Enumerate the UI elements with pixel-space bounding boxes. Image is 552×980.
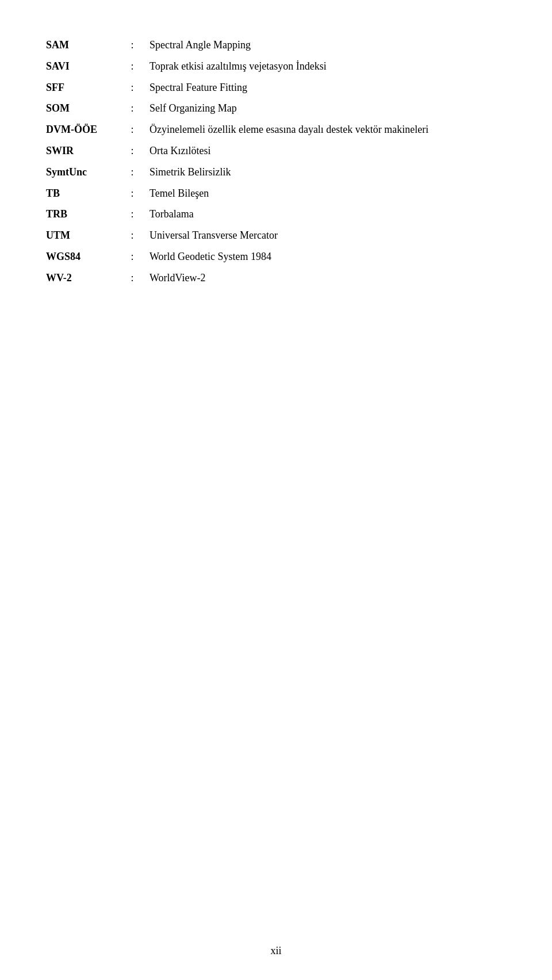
abbr-key: SFF <box>46 77 121 98</box>
abbr-colon: : <box>121 204 144 225</box>
table-row: SymtUnc:Simetrik Belirsizlik <box>46 162 506 183</box>
abbr-key: SOM <box>46 98 121 119</box>
abbr-colon: : <box>121 140 144 162</box>
abbr-key: WV-2 <box>46 267 121 289</box>
table-row: DVM-ÖÖE:Özyinelemeli özellik eleme esası… <box>46 119 506 140</box>
abbr-key: TRB <box>46 204 121 225</box>
abbr-value: Torbalama <box>144 204 506 225</box>
abbr-key: SymtUnc <box>46 162 121 183</box>
abbr-colon: : <box>121 225 144 246</box>
table-row: SWIR:Orta Kızılötesi <box>46 140 506 162</box>
abbr-colon: : <box>121 77 144 98</box>
abbr-value: Orta Kızılötesi <box>144 140 506 162</box>
abbr-colon: : <box>121 183 144 204</box>
abbr-colon: : <box>121 35 144 56</box>
abbr-colon: : <box>121 98 144 119</box>
page-footer: xii <box>0 945 552 957</box>
abbr-key: WGS84 <box>46 246 121 267</box>
abbr-value: Universal Transverse Mercator <box>144 225 506 246</box>
page-content: SAM:Spectral Angle MappingSAVI:Toprak et… <box>0 0 552 335</box>
abbr-value: World Geodetic System 1984 <box>144 246 506 267</box>
abbr-colon: : <box>121 267 144 289</box>
table-row: TB:Temel Bileşen <box>46 183 506 204</box>
abbr-key: UTM <box>46 225 121 246</box>
abbr-value: WorldView-2 <box>144 267 506 289</box>
abbr-value: Özyinelemeli özellik eleme esasına dayal… <box>144 119 506 140</box>
table-row: SAM:Spectral Angle Mapping <box>46 35 506 56</box>
abbr-value: Temel Bileşen <box>144 183 506 204</box>
abbr-key: SAVI <box>46 56 121 77</box>
abbr-colon: : <box>121 162 144 183</box>
abbr-key: SWIR <box>46 140 121 162</box>
abbr-value: Spectral Feature Fitting <box>144 77 506 98</box>
abbr-colon: : <box>121 246 144 267</box>
page-number: xii <box>270 945 281 956</box>
table-row: SAVI:Toprak etkisi azaltılmış vejetasyon… <box>46 56 506 77</box>
table-row: WGS84:World Geodetic System 1984 <box>46 246 506 267</box>
abbr-colon: : <box>121 56 144 77</box>
abbreviation-table: SAM:Spectral Angle MappingSAVI:Toprak et… <box>46 35 506 289</box>
abbr-key: DVM-ÖÖE <box>46 119 121 140</box>
table-row: TRB:Torbalama <box>46 204 506 225</box>
abbr-value: Spectral Angle Mapping <box>144 35 506 56</box>
abbr-value: Self Organizing Map <box>144 98 506 119</box>
abbr-colon: : <box>121 119 144 140</box>
table-row: SFF:Spectral Feature Fitting <box>46 77 506 98</box>
abbr-key: TB <box>46 183 121 204</box>
table-row: SOM:Self Organizing Map <box>46 98 506 119</box>
abbr-value: Toprak etkisi azaltılmış vejetasyon İnde… <box>144 56 506 77</box>
abbr-key: SAM <box>46 35 121 56</box>
table-row: UTM:Universal Transverse Mercator <box>46 225 506 246</box>
abbr-value: Simetrik Belirsizlik <box>144 162 506 183</box>
table-row: WV-2:WorldView-2 <box>46 267 506 289</box>
